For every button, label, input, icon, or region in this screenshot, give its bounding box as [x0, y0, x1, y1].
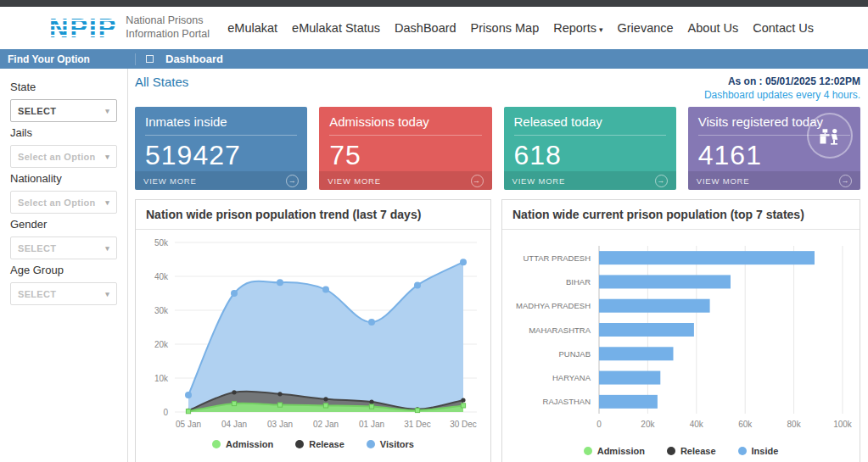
- x-axis-tick-label: 03 Jan: [267, 420, 293, 429]
- y-axis-tick-label: 40k: [154, 272, 169, 281]
- nav-dashboard[interactable]: DashBoard: [395, 21, 456, 35]
- top-strip: [0, 0, 868, 7]
- view-more-button[interactable]: VIEW MORE →: [688, 171, 860, 190]
- card-title: Admissions today: [329, 114, 481, 136]
- trend-area-chart: 010k20k30k40k50k05 Jan04 Jan03 Jan02 Jan…: [137, 234, 487, 434]
- card-value: 519427: [145, 140, 297, 171]
- y-axis-tick-label: 10k: [154, 374, 169, 383]
- nav-reports[interactable]: Reports▾: [553, 21, 602, 35]
- state-label: State: [10, 81, 117, 93]
- as-on-timestamp: As on : 05/01/2025 12:02PM: [704, 75, 860, 88]
- state-bar[interactable]: [599, 323, 694, 337]
- legend-dot-icon: [367, 440, 375, 448]
- legend-dot-icon: [584, 447, 592, 455]
- caret-down-icon: ▾: [105, 290, 109, 298]
- view-more-button[interactable]: VIEW MORE →: [135, 171, 307, 190]
- admissions-today-card: Admissions today 75 VIEW MORE →: [319, 107, 491, 190]
- jails-select: Select an Option▾: [10, 145, 117, 168]
- x-axis-tick-label: 80k: [787, 420, 802, 429]
- x-axis-tick-label: 04 Jan: [221, 420, 247, 429]
- legend-dot-icon: [295, 440, 304, 448]
- breadcrumb-label: Dashboard: [165, 53, 223, 65]
- brand[interactable]: NPIP National Prisons Information Portal: [49, 14, 210, 41]
- x-axis-tick-label: 60k: [738, 420, 753, 429]
- state-bar[interactable]: [599, 299, 710, 313]
- y-axis-tick-label: 0: [163, 408, 168, 417]
- gender-label: Gender: [10, 218, 117, 231]
- category-label: PUNJAB: [559, 349, 591, 359]
- age-group-select: SELECT▾: [10, 282, 117, 305]
- visits-registered-card: Visits registered today 4161: [688, 107, 860, 190]
- state-bar[interactable]: [599, 348, 674, 361]
- released-today-card: Released today 618 VIEW MORE →: [504, 107, 676, 190]
- brand-tagline: National Prisons Information Portal: [126, 14, 210, 41]
- category-label: MADHYA PRADESH: [516, 302, 591, 311]
- dashboard-icon: [146, 55, 154, 63]
- bars-chart-title: Nation wide current prison population (t…: [502, 200, 860, 230]
- view-more-button[interactable]: VIEW MORE →: [504, 171, 676, 190]
- state-select[interactable]: SELECT▾: [10, 99, 117, 122]
- gender-select: SELECT▾: [10, 237, 117, 259]
- x-axis-tick-label: 31 Dec: [404, 420, 431, 429]
- category-label: MAHARASHTRA: [529, 326, 591, 335]
- legend-dot-icon: [212, 440, 221, 448]
- legend-item[interactable]: Visitors: [367, 439, 414, 449]
- card-title: Released today: [514, 114, 666, 136]
- stat-cards: Inmates inside 519427 VIEW MORE → Admiss…: [135, 107, 860, 190]
- nav-prisons-map[interactable]: Prisons Map: [471, 21, 540, 35]
- breadcrumb: Dashboard: [136, 53, 223, 65]
- states-bar-chart: 020k40k60k80k100kUTTAR PRADESHBIHARMADHY…: [504, 234, 858, 441]
- npip-logo: NPIP: [49, 15, 117, 42]
- state-bar[interactable]: [599, 371, 660, 385]
- nav-emulakat[interactable]: eMulakat: [227, 21, 277, 35]
- legend-item[interactable]: Release: [667, 446, 716, 456]
- legend-item[interactable]: Admission: [584, 446, 645, 456]
- category-label: BIHAR: [566, 277, 591, 287]
- nav-contact-us[interactable]: Contact Us: [753, 21, 814, 35]
- x-axis-tick-label: 40k: [690, 420, 704, 429]
- trend-chart-panel: Nation wide prison population trend (las…: [135, 199, 491, 462]
- main-nav: eMulakat eMulakat Status DashBoard Priso…: [227, 21, 814, 35]
- x-axis-tick-label: 30 Dec: [450, 420, 477, 429]
- legend-item[interactable]: Release: [295, 439, 344, 449]
- state-bar[interactable]: [599, 252, 815, 265]
- x-axis-tick-label: 05 Jan: [176, 420, 201, 429]
- find-your-option-title: Find Your Option: [0, 53, 136, 65]
- card-value: 75: [329, 140, 481, 171]
- legend-dot-icon: [667, 447, 675, 455]
- legend-item[interactable]: Admission: [212, 439, 273, 449]
- trend-chart-legend: AdmissionReleaseVisitors: [137, 437, 489, 454]
- x-axis-tick-label: 20k: [641, 420, 655, 429]
- y-axis-tick-label: 20k: [154, 340, 169, 349]
- nav-emulakat-status[interactable]: eMulakat Status: [292, 21, 380, 35]
- npip-logo-text: NPIP: [49, 15, 117, 42]
- bars-chart-panel: Nation wide current prison population (t…: [501, 199, 860, 462]
- caret-down-icon: ▾: [105, 198, 109, 207]
- view-more-button[interactable]: VIEW MORE →: [319, 171, 491, 190]
- x-axis-tick-label: 100k: [833, 420, 853, 429]
- card-title: Inmates inside: [145, 114, 297, 136]
- category-label: HARYANA: [552, 373, 591, 382]
- nav-grievance[interactable]: Grievance: [618, 21, 674, 35]
- caret-down-icon: ▾: [105, 244, 109, 253]
- legend-item[interactable]: Inside: [738, 446, 779, 456]
- bars-chart-legend: AdmissionReleaseInside: [504, 444, 858, 461]
- jails-label: Jails: [10, 126, 117, 139]
- state-bar[interactable]: [599, 276, 731, 289]
- nationality-select: Select an Option▾: [10, 191, 117, 214]
- nav-about-us[interactable]: About Us: [688, 21, 739, 35]
- caret-down-icon: ▾: [105, 107, 109, 115]
- x-axis-tick-label: 0: [596, 420, 602, 429]
- caret-down-icon: ▾: [105, 153, 109, 161]
- y-axis-tick-label: 30k: [154, 306, 169, 315]
- category-label: UTTAR PRADESH: [523, 253, 591, 263]
- age-group-label: Age Group: [10, 264, 117, 276]
- toolbar: Find Your Option Dashboard: [0, 49, 868, 69]
- state-bar[interactable]: [599, 395, 658, 409]
- filter-sidebar: State SELECT▾ Jails Select an Option▾ Na…: [0, 69, 128, 462]
- trend-chart-title: Nation wide prison population trend (las…: [136, 200, 490, 230]
- nationality-label: Nationality: [10, 172, 117, 185]
- scope-title[interactable]: All States: [135, 75, 188, 102]
- update-note: Dashboard updates every 4 hours.: [704, 88, 860, 102]
- site-header: NPIP National Prisons Information Portal…: [0, 7, 868, 49]
